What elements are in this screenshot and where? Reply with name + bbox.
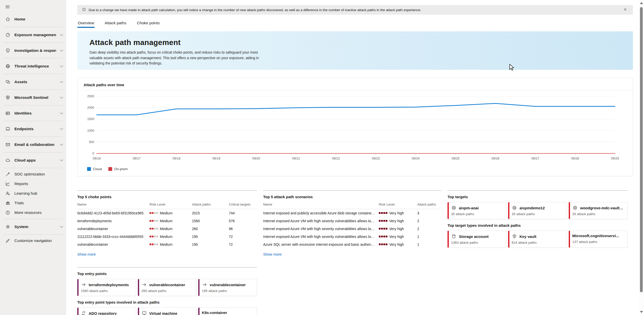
risk-level-indicator: Medium <box>150 235 192 239</box>
sidebar: HomeExposure managementInvestigation & r… <box>0 0 66 315</box>
table-row[interactable]: Internet exposed Azure VM with high seve… <box>263 217 441 225</box>
sidebar-item-label: Email & collaboration <box>14 142 54 147</box>
sidebar-item-endpoints[interactable]: Endpoints <box>0 122 66 135</box>
show-more-link[interactable]: Show more <box>77 252 96 256</box>
sidebar-item-more-resources[interactable]: More resources <box>0 208 66 217</box>
card-vulnerablecontainer[interactable]: vulnerablecontainer260 attack paths <box>138 279 197 296</box>
target-icon <box>572 205 578 211</box>
sidebar-item-label: Threat intelligence <box>14 64 49 69</box>
risk-level-label: Very high <box>389 211 404 215</box>
row-name: Internet exposed Azure VM with high seve… <box>263 235 379 239</box>
table-row[interactable]: terraformdeploymentsMedium1560576 <box>77 217 257 225</box>
card-key-vault[interactable]: Key vault614 attack paths <box>508 231 567 248</box>
card-microsoft-cognitiveservi[interactable]: Microsoft.cognitiveservi...137 attack pa… <box>569 231 628 248</box>
card-terraformdeployments[interactable]: terraformdeployments1560 attack paths <box>77 279 136 296</box>
card-virtual-machine[interactable]: Virtual machine11 attack paths <box>138 307 197 315</box>
card-woodgrove-mdc-vault-d[interactable]: woodgrove-mdc-vault-d...35 attack paths <box>569 202 628 219</box>
legend-swatch <box>87 167 91 171</box>
tab-overview[interactable]: Overview <box>77 19 95 28</box>
scrollbar-thumb[interactable] <box>640 7 643 292</box>
sidebar-divider <box>4 105 63 105</box>
card-title: ADO repository <box>89 311 117 315</box>
card-aispmdemo12[interactable]: aispmdemo1235 attack paths <box>508 202 567 219</box>
scroll-up-arrow[interactable] <box>640 2 643 4</box>
table-row[interactable]: vulnerablecontainerMedium19572 <box>77 240 257 248</box>
row-name: terraformdeployments <box>77 219 150 223</box>
row-value: 576 <box>229 219 257 223</box>
sidebar-item-label: Endpoints <box>14 127 34 131</box>
sidebar-item-assets[interactable]: Assets <box>0 75 66 88</box>
table-row[interactable]: Internet exposed and publicly accessible… <box>263 209 441 217</box>
sidebar-item-label: Exposure management <box>14 33 56 37</box>
table-row[interactable]: Internet exposed Azure VM with high seve… <box>263 233 441 240</box>
sidebar-item-home[interactable]: Home <box>0 13 66 26</box>
sidebar-item-cloud-apps[interactable]: Cloud apps <box>0 154 66 167</box>
show-more-link[interactable]: Show more <box>263 252 282 256</box>
arrow-right-icon <box>141 282 147 287</box>
sidebar-item-microsoft-sentinel[interactable]: Microsoft Sentinel <box>0 91 66 104</box>
section-title: Top targets <box>448 195 628 199</box>
row-name: Azure SQL server with excessive internet… <box>263 242 379 246</box>
risk-meter-icon <box>379 228 387 230</box>
row-value: 744 <box>229 211 257 215</box>
row-value: 195 <box>192 235 229 239</box>
risk-meter-icon <box>150 212 158 214</box>
row-value: 72 <box>229 242 257 246</box>
card-k8s-container[interactable]: K8s-container10 attack paths <box>198 307 257 315</box>
legend-label: Cloud <box>93 167 102 171</box>
column-right: Top targets aispm-aoai35 attack pathsais… <box>448 190 628 248</box>
tab-choke-points[interactable]: Choke points <box>136 19 160 28</box>
table-row[interactable]: 11112222-bbbb-3333-cccc-4444dddd5555Medi… <box>77 233 257 240</box>
table-row[interactable]: vulnerablecontainerMedium26096 <box>77 225 257 233</box>
column-header: Attack paths <box>417 202 441 206</box>
sidebar-item-trials[interactable]: Trials <box>0 198 66 208</box>
summary-columns: Top 5 choke points NameRisk LevelAttack … <box>77 190 633 315</box>
card-vulnerablecontainer[interactable]: vulnerablecontainer195 attack paths <box>198 279 257 296</box>
sidebar-item-label: Microsoft Sentinel <box>14 95 48 100</box>
legend-item-cloud: Cloud <box>87 167 102 171</box>
risk-level-label: Very high <box>389 219 404 223</box>
row-value: 260 <box>192 227 229 231</box>
sidebar-item-threat-intelligence[interactable]: Threat intelligence <box>0 60 66 73</box>
sidebar-item-label: System <box>14 224 28 229</box>
sidebar-item-exposure-management[interactable]: Exposure management <box>0 28 66 41</box>
sidebar-item-label: Customize navigation <box>14 238 52 243</box>
sidebar-item-label: Assets <box>14 80 27 84</box>
card-aispm-aoai[interactable]: aispm-aoai35 attack paths <box>448 202 506 219</box>
monitor-icon <box>141 310 147 315</box>
row-name: Internet exposed Azure VM with high seve… <box>263 219 379 223</box>
card-title: vulnerablecontainer <box>149 283 185 287</box>
sidebar-item-investigation-response[interactable]: Investigation & response <box>0 44 66 57</box>
tab-attack-paths[interactable]: Attack paths <box>104 19 127 28</box>
risk-level-indicator: Medium <box>150 219 192 223</box>
row-value: 195 <box>192 242 229 246</box>
sidebar-item-identities[interactable]: Identities <box>0 107 66 120</box>
notification-banner: Due to a change we have made in attack p… <box>77 5 633 15</box>
hamburger-menu-button[interactable] <box>0 2 66 13</box>
table-row[interactable]: Azure SQL server with excessive internet… <box>263 240 441 248</box>
row-value: 1560 <box>192 219 229 223</box>
sidebar-item-label: Trials <box>14 201 24 205</box>
table-row[interactable]: 0c6d4dd2-4123-405d-beb5-bf31950ce965Medi… <box>77 209 257 217</box>
hamburger-icon <box>5 4 10 10</box>
row-value: 1 <box>417 242 441 246</box>
row-value: 2 <box>417 227 441 231</box>
scroll-down-arrow[interactable] <box>640 311 643 313</box>
sidebar-divider <box>4 219 63 219</box>
sidebar-item-customize-navigation[interactable]: Customize navigation <box>0 236 66 245</box>
choke-points-table: NameRisk LevelAttack pathsCritical targe… <box>77 200 257 248</box>
sidebar-item-email-collaboration[interactable]: Email & collaboration <box>0 138 66 151</box>
chart-legend: CloudOn-prem <box>84 167 627 173</box>
banner-close-button[interactable] <box>622 6 628 13</box>
svg-text:09/29: 09/29 <box>611 157 619 160</box>
card-storage-account[interactable]: Storage account1363 attack paths <box>448 231 506 248</box>
card-title: vulnerablecontainer <box>210 283 246 287</box>
sidebar-item-system[interactable]: System <box>0 220 66 233</box>
sidebar-item-learning-hub[interactable]: Learning hub <box>0 189 66 198</box>
table-row[interactable]: Internet exposed Azure VM with high seve… <box>263 225 441 233</box>
card-ado-repository[interactable]: ADO repository2210 attack paths <box>77 307 136 315</box>
svg-text:09/27: 09/27 <box>531 157 539 160</box>
row-value: 2 <box>417 219 441 223</box>
sidebar-item-reports[interactable]: Reports <box>0 179 66 189</box>
sidebar-item-soc-optimization[interactable]: SOC optimization <box>0 169 66 179</box>
